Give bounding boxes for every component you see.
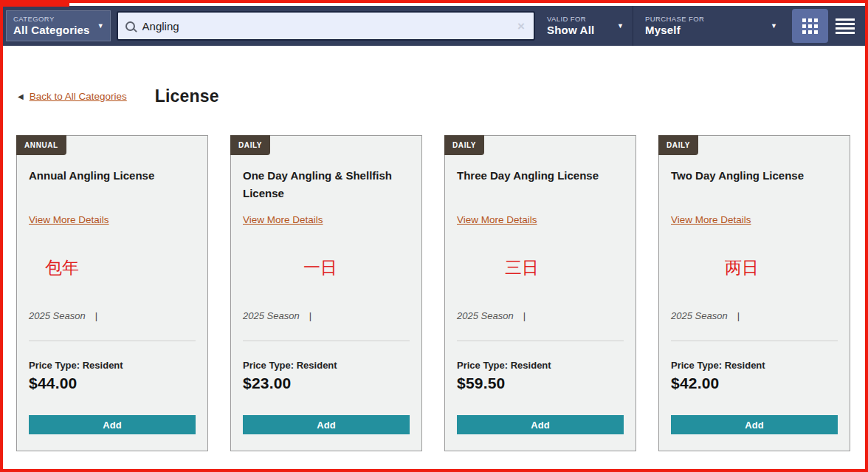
chevron-down-icon: ▼ — [771, 22, 777, 30]
price-value: $59.50 — [457, 374, 505, 392]
license-store-page: CATEGORY All Categories ▼ × VALID FOR Sh… — [0, 0, 868, 472]
season-label: 2025 Season — [243, 310, 300, 321]
add-button[interactable]: Add — [671, 415, 838, 434]
duration-badge: DAILY — [444, 135, 484, 155]
valid-for-label: VALID FOR — [547, 16, 594, 24]
list-view-icon — [836, 16, 855, 36]
category-label: CATEGORY — [13, 16, 90, 24]
add-button[interactable]: Add — [29, 415, 196, 434]
add-button[interactable]: Add — [457, 415, 624, 434]
purchase-for-label: PURCHASE FOR — [645, 16, 704, 24]
back-arrow-icon: ◀ — [18, 92, 24, 100]
season-label: 2025 Season — [671, 310, 728, 321]
product-title: Two Day Angling License — [671, 167, 839, 185]
season-separator: | — [737, 310, 740, 321]
card-divider — [243, 341, 410, 341]
card-divider — [671, 341, 838, 341]
grid-view-button[interactable] — [792, 9, 828, 43]
product-title: One Day Angling & Shellfish License — [243, 167, 411, 202]
price-type-label: Price Type: Resident — [457, 360, 551, 371]
season-separator: | — [95, 310, 97, 321]
season-text: 2025 Season| — [243, 310, 311, 321]
season-separator: | — [523, 310, 526, 321]
translation-annotation: 三日 — [505, 259, 539, 277]
product-card-two-day-angling: DAILY Two Day Angling License View More … — [658, 135, 850, 451]
price-value: $42.00 — [671, 374, 719, 392]
card-divider — [29, 341, 196, 341]
season-text: 2025 Season| — [671, 310, 740, 321]
product-card-one-day-angling-shellfish: DAILY One Day Angling & Shellfish Licens… — [230, 135, 422, 451]
view-more-details-link[interactable]: View More Details — [29, 214, 109, 225]
back-to-all-categories-link[interactable]: Back to All Categories — [30, 91, 127, 102]
add-button[interactable]: Add — [243, 415, 410, 434]
duration-badge: ANNUAL — [16, 135, 66, 155]
season-label: 2025 Season — [29, 310, 86, 321]
price-type-label: Price Type: Resident — [29, 360, 123, 371]
chevron-down-icon: ▼ — [617, 22, 624, 30]
product-card-three-day-angling: DAILY Three Day Angling License View Mor… — [444, 135, 636, 451]
list-view-button[interactable] — [830, 9, 861, 43]
clear-search-icon[interactable]: × — [516, 20, 526, 33]
translation-annotation: 两日 — [725, 259, 759, 277]
red-annotation-cap — [3, 3, 69, 7]
chevron-down-icon: ▼ — [97, 22, 104, 30]
purchase-for-dropdown[interactable]: PURCHASE FOR Myself ▼ — [633, 6, 786, 46]
season-text: 2025 Season| — [457, 310, 526, 321]
breadcrumb: ◀ Back to All Categories License — [18, 86, 219, 106]
purchase-for-value: Myself — [645, 24, 704, 36]
product-title: Three Day Angling License — [457, 167, 625, 185]
product-card-grid: ANNUAL Annual Angling License View More … — [16, 135, 850, 451]
search-box[interactable]: × — [117, 11, 535, 41]
valid-for-value: Show All — [547, 24, 594, 36]
valid-for-dropdown[interactable]: VALID FOR Show All ▼ — [535, 6, 633, 46]
product-card-annual-angling: ANNUAL Annual Angling License View More … — [16, 135, 208, 451]
search-input[interactable] — [142, 20, 516, 33]
search-icon — [125, 21, 135, 31]
category-value: All Categories — [13, 24, 90, 36]
translation-annotation: 包年 — [45, 259, 79, 277]
price-value: $23.00 — [243, 374, 291, 392]
price-type-label: Price Type: Resident — [243, 360, 337, 371]
price-type-label: Price Type: Resident — [671, 360, 765, 371]
top-bar: CATEGORY All Categories ▼ × VALID FOR Sh… — [3, 6, 865, 46]
season-text: 2025 Season| — [29, 310, 97, 321]
card-divider — [457, 341, 624, 341]
price-value: $44.00 — [29, 374, 77, 392]
season-separator: | — [309, 310, 311, 321]
grid-view-icon — [802, 18, 818, 34]
duration-badge: DAILY — [658, 135, 698, 155]
page-title: License — [155, 86, 219, 106]
translation-annotation: 一日 — [303, 259, 337, 277]
view-more-details-link[interactable]: View More Details — [671, 214, 751, 225]
product-title: Annual Angling License — [29, 167, 197, 185]
view-more-details-link[interactable]: View More Details — [457, 214, 537, 225]
category-dropdown[interactable]: CATEGORY All Categories ▼ — [6, 10, 111, 41]
duration-badge: DAILY — [230, 135, 270, 155]
view-more-details-link[interactable]: View More Details — [243, 214, 323, 225]
season-label: 2025 Season — [457, 310, 514, 321]
